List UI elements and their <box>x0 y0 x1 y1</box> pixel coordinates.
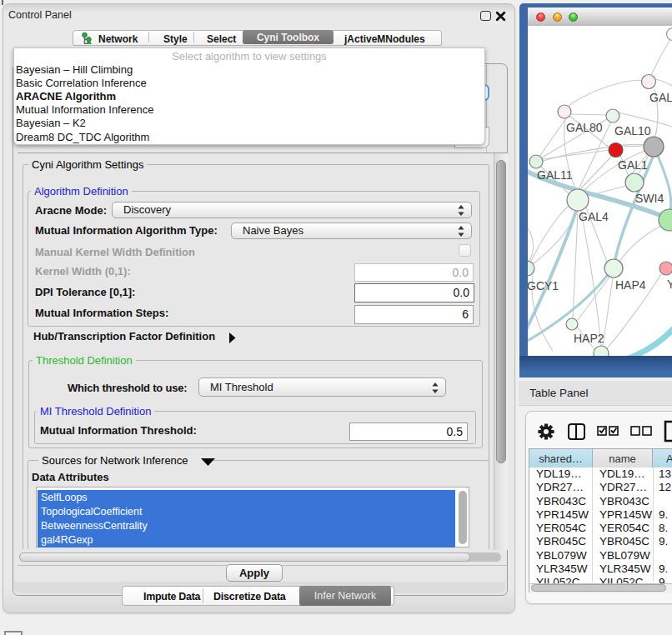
svg-text:GAL7: GAL7 <box>649 91 672 104</box>
svg-text:GCY1: GCY1 <box>528 279 559 292</box>
svg-text:HAP4: HAP4 <box>615 278 646 292</box>
svg-text:GAL10: GAL10 <box>614 124 651 138</box>
svg-text:HAP2: HAP2 <box>574 332 604 345</box>
svg-text:GAL1: GAL1 <box>618 158 648 172</box>
svg-text:GAL4: GAL4 <box>579 210 609 223</box>
svg-text:YM: YM <box>667 278 672 291</box>
svg-text:GAL80: GAL80 <box>566 121 603 134</box>
svg-text:SWI4: SWI4 <box>635 192 664 205</box>
svg-text:GAL11: GAL11 <box>537 168 573 182</box>
